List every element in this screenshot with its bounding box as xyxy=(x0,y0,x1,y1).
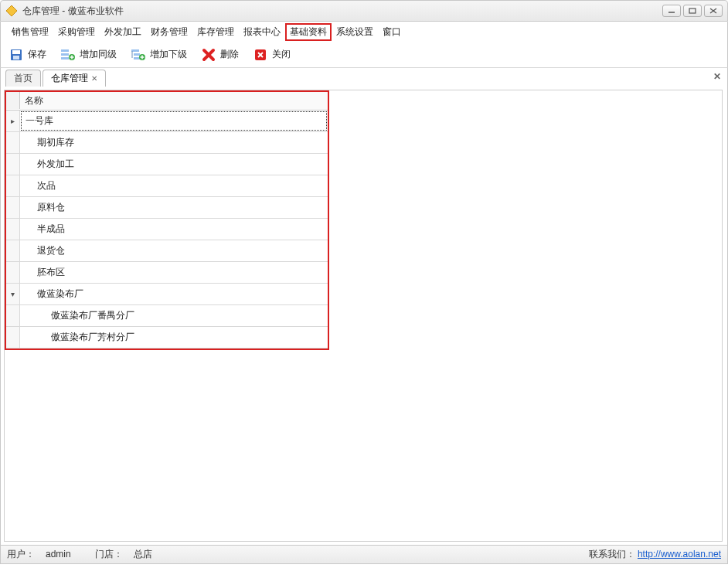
svg-rect-8 xyxy=(61,49,69,52)
cell-name: 傲蓝染布厂番禺分厂 xyxy=(20,305,328,326)
save-button[interactable]: 保存 xyxy=(9,47,46,63)
minimize-button[interactable] xyxy=(662,5,681,17)
row-gutter xyxy=(6,240,20,261)
tree-row[interactable]: 期初库存 xyxy=(6,132,328,154)
cell-name: 退货仓 xyxy=(20,240,328,261)
tabbar-close-icon[interactable]: ✕ xyxy=(713,71,721,82)
cell-name: 一号库 xyxy=(21,111,327,131)
cell-name: 原料仓 xyxy=(20,197,328,218)
menu-item[interactable]: 财务管理 xyxy=(146,23,192,41)
menu-bar: 销售管理采购管理外发加工财务管理库存管理报表中心基础资料系统设置窗口 xyxy=(0,22,728,42)
tree-row[interactable]: ▾傲蓝染布厂 xyxy=(6,284,328,305)
tree-row[interactable]: 原料仓 xyxy=(6,197,328,219)
add-sibling-label: 增加同级 xyxy=(80,48,117,61)
row-gutter xyxy=(6,197,20,218)
menu-item[interactable]: 报表中心 xyxy=(239,23,285,41)
status-store: 门店：总店 xyxy=(95,549,163,559)
svg-rect-9 xyxy=(61,53,69,56)
row-gutter xyxy=(6,154,20,175)
column-header-name[interactable]: 名称 xyxy=(20,92,328,110)
row-gutter xyxy=(6,175,20,196)
svg-rect-15 xyxy=(134,53,140,56)
status-contact: 联系我们： http://www.aolan.net xyxy=(589,548,721,561)
tree-row[interactable]: 半成品 xyxy=(6,219,328,240)
add-child-button[interactable]: 增加下级 xyxy=(131,47,187,63)
menu-item[interactable]: 销售管理 xyxy=(7,23,53,41)
row-gutter: ▸ xyxy=(6,111,20,131)
menu-item[interactable]: 采购管理 xyxy=(53,23,100,41)
toolbar: 保存 增加同级 增加下级 删除 关闭 xyxy=(0,42,728,68)
svg-rect-6 xyxy=(12,50,20,54)
menu-item[interactable]: 基础资料 xyxy=(285,23,332,41)
close-tab-button[interactable]: 关闭 xyxy=(253,47,291,63)
contact-link[interactable]: http://www.aolan.net xyxy=(638,549,721,559)
add-child-icon xyxy=(131,47,146,63)
svg-rect-16 xyxy=(134,57,140,60)
svg-rect-2 xyxy=(689,9,696,13)
tab-label: 首页 xyxy=(14,72,32,85)
svg-rect-7 xyxy=(13,56,19,60)
tree-row[interactable]: 退货仓 xyxy=(6,240,328,262)
row-gutter xyxy=(6,219,20,240)
tree-row[interactable]: 外发加工 xyxy=(6,154,328,175)
cell-name: 次品 xyxy=(20,175,328,196)
title-bar: 仓库管理 - 傲蓝布业软件 xyxy=(0,0,728,22)
cell-name: 傲蓝染布厂芳村分厂 xyxy=(20,327,328,348)
menu-item[interactable]: 库存管理 xyxy=(192,23,239,41)
tree-row[interactable]: 傲蓝染布厂番禺分厂 xyxy=(6,305,328,327)
add-child-label: 增加下级 xyxy=(150,48,187,61)
save-label: 保存 xyxy=(28,48,46,61)
menu-item[interactable]: 外发加工 xyxy=(100,23,146,41)
grid-container: 名称 ▸一号库期初库存外发加工次品原料仓半成品退货仓胚布区▾傲蓝染布厂傲蓝染布厂… xyxy=(4,90,723,542)
status-user: 用户：admin xyxy=(7,549,82,559)
delete-button[interactable]: 删除 xyxy=(201,47,239,63)
tab-label: 仓库管理 xyxy=(51,72,88,85)
row-gutter xyxy=(6,262,20,283)
close-button[interactable] xyxy=(704,5,723,17)
tree-grid[interactable]: 名称 ▸一号库期初库存外发加工次品原料仓半成品退货仓胚布区▾傲蓝染布厂傲蓝染布厂… xyxy=(5,90,329,350)
close-label: 关闭 xyxy=(272,48,291,61)
menu-item[interactable]: 窗口 xyxy=(378,23,406,41)
row-gutter xyxy=(6,327,20,348)
menu-item[interactable]: 系统设置 xyxy=(332,23,378,41)
svg-rect-10 xyxy=(61,57,69,60)
cell-name: 傲蓝染布厂 xyxy=(20,284,328,304)
delete-icon xyxy=(201,47,216,63)
tree-row[interactable]: 次品 xyxy=(6,175,328,197)
cell-name: 期初库存 xyxy=(20,132,328,153)
tree-row[interactable]: 傲蓝染布厂芳村分厂 xyxy=(6,327,328,349)
close-icon xyxy=(253,47,268,63)
tab[interactable]: 首页 xyxy=(5,70,41,87)
tab-bar: 首页仓库管理✕✕ xyxy=(0,68,728,87)
app-icon xyxy=(5,5,18,17)
grid-header: 名称 xyxy=(6,92,328,111)
tab-close-icon[interactable]: ✕ xyxy=(91,74,97,83)
svg-marker-0 xyxy=(6,5,17,16)
add-sibling-icon xyxy=(60,47,76,63)
row-gutter xyxy=(6,305,20,326)
cell-name: 外发加工 xyxy=(20,154,328,175)
tree-row[interactable]: ▸一号库 xyxy=(6,111,328,132)
grid-header-gutter xyxy=(6,92,20,109)
cell-name: 胚布区 xyxy=(20,262,328,283)
save-icon xyxy=(9,47,24,63)
status-bar: 用户：admin 门店：总店 联系我们： http://www.aolan.ne… xyxy=(0,546,728,564)
delete-label: 删除 xyxy=(220,48,239,61)
add-sibling-button[interactable]: 增加同级 xyxy=(60,47,117,63)
tree-row[interactable]: 胚布区 xyxy=(6,262,328,284)
content-area: 名称 ▸一号库期初库存外发加工次品原料仓半成品退货仓胚布区▾傲蓝染布厂傲蓝染布厂… xyxy=(0,87,728,546)
maximize-button[interactable] xyxy=(683,5,702,17)
tab[interactable]: 仓库管理✕ xyxy=(43,70,106,87)
window-title: 仓库管理 - 傲蓝布业软件 xyxy=(22,5,662,18)
cell-name: 半成品 xyxy=(20,219,328,240)
row-gutter: ▾ xyxy=(6,284,20,304)
row-gutter xyxy=(6,132,20,153)
